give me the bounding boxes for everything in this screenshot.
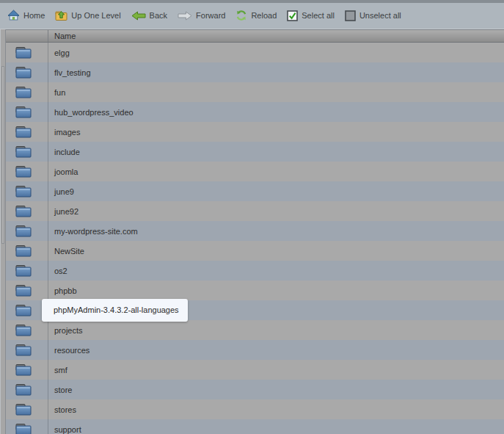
folder-icon bbox=[6, 261, 48, 281]
file-name[interactable]: os2 bbox=[54, 267, 67, 275]
file-name[interactable]: june92 bbox=[54, 207, 78, 216]
toolbar-button-unselect-all[interactable]: Unselect all bbox=[345, 10, 401, 21]
toolbar-button-label: Back bbox=[150, 11, 167, 20]
left-panel-splitter[interactable] bbox=[0, 29, 6, 434]
name-cell: stores bbox=[48, 399, 504, 419]
select-all-checkbox-icon bbox=[287, 10, 298, 21]
toolbar-button-select-all[interactable]: Select all bbox=[287, 10, 335, 21]
file-name[interactable]: my-wordpress-site.com bbox=[54, 227, 138, 236]
name-cell: phpbb bbox=[48, 281, 504, 300]
folder-icon bbox=[6, 399, 48, 419]
folder-icon bbox=[6, 340, 48, 360]
file-name[interactable]: stores bbox=[54, 405, 76, 414]
toolbar-button-home[interactable]: Home bbox=[7, 10, 45, 21]
folder-icon bbox=[6, 320, 48, 340]
name-cell: phpMyAdmin-3.4.3.2-all-languages bbox=[48, 300, 504, 320]
file-row[interactable]: store bbox=[6, 380, 504, 399]
file-name[interactable]: resources bbox=[54, 346, 90, 355]
file-row[interactable]: phpbb bbox=[6, 281, 504, 300]
name-column-header[interactable]: Name bbox=[48, 30, 504, 42]
folder-icon bbox=[6, 181, 48, 201]
back-arrow-icon bbox=[131, 11, 146, 21]
folder-icon bbox=[6, 62, 48, 82]
file-row[interactable]: support bbox=[6, 419, 504, 434]
name-cell: store bbox=[48, 380, 504, 399]
table-header: Name bbox=[6, 29, 504, 43]
folder-icon bbox=[6, 102, 48, 122]
up-one-level-icon bbox=[55, 10, 67, 21]
name-cell: resources bbox=[48, 340, 504, 360]
file-name[interactable]: images bbox=[54, 128, 80, 137]
file-row[interactable]: fun bbox=[6, 82, 504, 102]
toolbar-button-label: Unselect all bbox=[359, 11, 401, 20]
file-row-highlighted[interactable]: phpMyAdmin-3.4.3.2-all-languages bbox=[6, 300, 504, 320]
folder-icon bbox=[6, 360, 48, 380]
folder-icon bbox=[6, 201, 48, 221]
file-row[interactable]: joomla bbox=[6, 162, 504, 181]
toolbar-button-reload[interactable]: Reload bbox=[235, 10, 277, 21]
toolbar-button-back[interactable]: Back bbox=[131, 11, 167, 21]
folder-icon bbox=[6, 281, 48, 300]
file-name[interactable]: hub_wordpress_video bbox=[54, 108, 134, 117]
folder-icon bbox=[6, 43, 48, 62]
toolbar-button-forward[interactable]: Forward bbox=[178, 11, 225, 21]
unselect-all-checkbox-icon bbox=[345, 10, 356, 21]
file-row[interactable]: june92 bbox=[6, 201, 504, 221]
file-name[interactable]: projects bbox=[54, 326, 83, 335]
file-row[interactable]: stores bbox=[6, 399, 504, 419]
file-row[interactable]: os2 bbox=[6, 261, 504, 281]
file-row[interactable]: images bbox=[6, 122, 504, 142]
name-cell: flv_testing bbox=[48, 62, 504, 82]
file-name[interactable]: phpMyAdmin-3.4.3.2-all-languages bbox=[42, 299, 188, 322]
file-name[interactable]: june9 bbox=[54, 187, 74, 196]
reload-icon bbox=[235, 10, 247, 21]
icon-column-header bbox=[6, 30, 48, 42]
name-cell: support bbox=[48, 419, 504, 434]
forward-arrow-icon bbox=[178, 11, 192, 21]
home-icon bbox=[7, 10, 20, 21]
file-name[interactable]: joomla bbox=[54, 167, 78, 176]
file-row[interactable]: resources bbox=[6, 340, 504, 360]
file-name[interactable]: include bbox=[54, 148, 80, 156]
name-cell: june9 bbox=[48, 181, 504, 201]
splitter-thumb[interactable] bbox=[1, 66, 4, 244]
toolbar-button-label: Up One Level bbox=[71, 11, 120, 20]
folder-icon bbox=[6, 122, 48, 142]
file-row[interactable]: june9 bbox=[6, 181, 504, 201]
folder-icon bbox=[6, 419, 48, 434]
name-cell: hub_wordpress_video bbox=[48, 102, 504, 122]
file-name[interactable]: elgg bbox=[54, 48, 70, 57]
file-manager-window: HomeUp One LevelBackForwardReloadSelect … bbox=[0, 0, 504, 434]
file-row[interactable]: projects bbox=[6, 320, 504, 340]
toolbar-items: HomeUp One LevelBackForwardReloadSelect … bbox=[0, 3, 504, 28]
file-row[interactable]: NewSite bbox=[6, 241, 504, 261]
toolbar-button-label: Home bbox=[23, 11, 45, 20]
folder-icon bbox=[6, 241, 48, 261]
file-row[interactable]: elgg bbox=[6, 43, 504, 62]
file-row[interactable]: smf bbox=[6, 360, 504, 380]
toolbar-button-up-one-level[interactable]: Up One Level bbox=[55, 10, 120, 21]
file-name[interactable]: store bbox=[54, 386, 72, 394]
name-cell: images bbox=[48, 122, 504, 142]
folder-icon bbox=[6, 162, 48, 181]
name-cell: projects bbox=[48, 320, 504, 340]
name-cell: include bbox=[48, 142, 504, 162]
file-list: elggflv_testingfunhub_wordpress_videoima… bbox=[6, 43, 504, 434]
file-name[interactable]: phpbb bbox=[54, 286, 77, 295]
folder-icon bbox=[6, 142, 48, 162]
name-cell: fun bbox=[48, 82, 504, 102]
file-row[interactable]: hub_wordpress_video bbox=[6, 102, 504, 122]
folder-icon bbox=[6, 82, 48, 102]
folder-icon bbox=[6, 221, 48, 241]
name-cell: joomla bbox=[48, 162, 504, 181]
file-name[interactable]: smf bbox=[54, 366, 67, 375]
file-name[interactable]: NewSite bbox=[54, 247, 84, 256]
file-name[interactable]: fun bbox=[54, 88, 65, 97]
file-row[interactable]: my-wordpress-site.com bbox=[6, 221, 504, 241]
file-name[interactable]: flv_testing bbox=[54, 68, 91, 77]
toolbar: HomeUp One LevelBackForwardReloadSelect … bbox=[0, 0, 504, 29]
file-row[interactable]: flv_testing bbox=[6, 62, 504, 82]
toolbar-button-label: Select all bbox=[302, 11, 335, 20]
file-row[interactable]: include bbox=[6, 142, 504, 162]
file-name[interactable]: support bbox=[54, 425, 81, 434]
